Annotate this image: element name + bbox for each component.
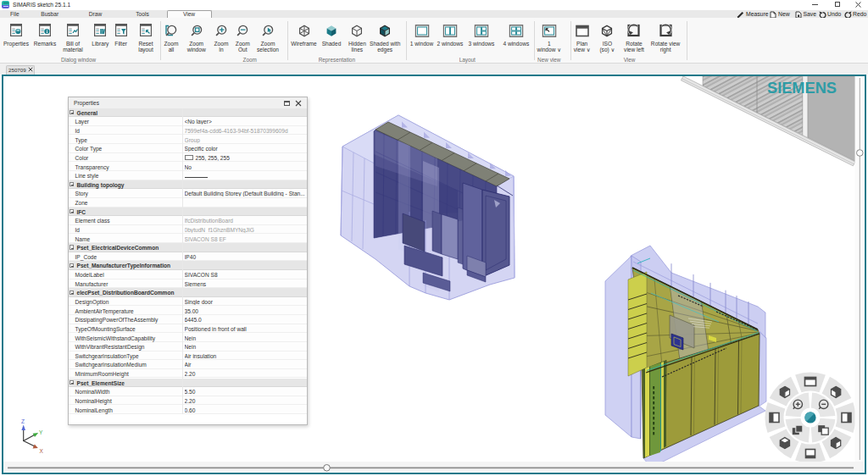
svg-text:X: X [40,448,44,454]
svg-text:SIEMENS: SIEMENS [767,80,837,97]
svg-text:Z: Z [21,418,25,424]
svg-text:Y: Y [39,429,43,435]
